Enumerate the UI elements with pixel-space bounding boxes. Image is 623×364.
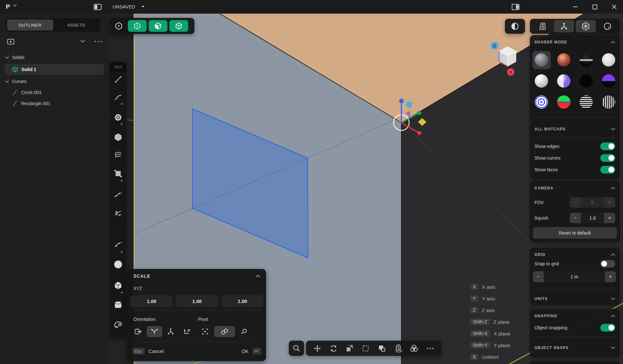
show-curves-toggle[interactable] [600,154,615,162]
dialog-ok[interactable]: OK ↵ [241,348,261,355]
grid-size-plus-button[interactable]: + [605,271,616,282]
chevron-up-icon[interactable] [611,315,615,317]
matcap-gray-steel[interactable] [532,51,551,69]
squish-minus-button[interactable]: − [570,213,581,223]
box-select-tool-button[interactable] [360,343,372,354]
cylinder-tool[interactable] [109,298,127,311]
gizmo-x-cap[interactable] [417,131,421,135]
render-modes-button[interactable] [408,343,420,354]
tab-environment-button[interactable] [597,20,617,32]
scale-y-input[interactable]: 1.00 [176,295,218,307]
matcap-blue-rings[interactable] [532,93,551,111]
matcap-pearl[interactable] [600,51,618,69]
camera-header[interactable]: CAMERA [530,181,620,193]
matcap-horizontal-stripes[interactable] [577,93,595,111]
scale-tool-button[interactable] [344,343,355,354]
grid-size-value[interactable]: 1 m [544,271,605,282]
rectangle-tool[interactable] [109,167,127,180]
chevron-up-icon[interactable] [256,275,260,277]
trim-tool[interactable] [109,207,127,220]
construction-plane-button[interactable] [112,20,126,32]
minimize-button[interactable] [568,0,583,14]
matcap-vertical-stripes[interactable] [600,93,618,111]
matcap-white-purple-split[interactable] [555,72,573,90]
chevron-up-icon[interactable] [611,41,615,43]
left-panel-toggle-icon[interactable] [94,4,102,10]
matcap-copper[interactable] [555,51,573,69]
orientation-local-button[interactable] [130,326,146,337]
app-menu-chevron-icon[interactable] [13,4,17,7]
collapse-all-chevron-icon[interactable] [80,40,85,43]
tree-group-solids[interactable]: Solids [0,52,108,63]
squish-value[interactable]: 1.0 [581,213,604,223]
box-tool[interactable] [109,279,127,292]
dialog-cancel[interactable]: Esc Cancel [132,348,164,355]
tree-item-circle001[interactable]: Circle.001 [0,87,108,98]
rotate-tool-button[interactable] [328,343,339,354]
sphere-tool[interactable] [109,258,127,271]
tab-render-grid-button[interactable] [532,20,552,32]
show-edges-toggle[interactable] [600,142,615,150]
snapping-header[interactable]: SNAPPING [530,309,620,321]
duplicate-tool-button[interactable] [376,343,388,354]
spline-tool[interactable] [109,91,127,104]
gizmo-y-cap[interactable] [417,111,421,115]
object-snapping-toggle[interactable] [600,324,615,332]
matcap-black-horizon[interactable] [577,51,595,69]
maximize-button[interactable] [587,0,602,14]
control-point-curve-tool[interactable] [109,188,127,201]
attach-tool-button[interactable] [392,343,404,354]
orientation-screen-button[interactable] [163,326,178,337]
selection-mode-face-button[interactable] [149,20,167,32]
app-logo[interactable]: P [6,3,10,10]
selection-mode-edge-button[interactable] [169,20,188,32]
chevron-down-icon[interactable] [611,346,615,349]
tree-group-curves[interactable]: Curves [0,76,108,87]
measure-tool[interactable] [109,318,127,331]
units-header[interactable]: UNITS [530,293,620,305]
gizmo-z-cap[interactable] [399,99,404,103]
tree-item-rectangle001[interactable]: Rectangle.001 [0,98,108,109]
scale-dialog-header[interactable]: SCALE [128,269,266,279]
outliner-more-icon[interactable] [95,41,102,42]
tab-outliner[interactable]: OUTLINER [7,19,53,30]
tab-shading-button[interactable] [576,20,596,32]
spiral-tool[interactable] [109,149,127,162]
more-options-button[interactable] [424,343,436,354]
reset-to-default-button[interactable]: Reset to default [533,227,617,239]
command-search-button[interactable] [289,341,304,356]
matcap-green-red-split[interactable] [555,93,573,111]
right-panel-toggle-icon[interactable] [512,4,519,10]
snap-to-grid-toggle[interactable] [600,260,615,268]
chevron-down-icon[interactable] [611,128,615,130]
tab-assets[interactable]: ASSETS [53,19,99,30]
close-button[interactable] [607,0,622,14]
cancel-label[interactable]: Cancel [149,348,164,354]
pivot-center-button[interactable] [197,326,213,337]
circle-tool[interactable] [109,111,127,124]
object-snaps-header[interactable]: OBJECT SNAPS [530,342,620,354]
chevron-up-icon[interactable] [611,187,615,189]
line-tool[interactable] [109,73,127,86]
grid-header[interactable]: GRID [530,248,620,259]
scale-x-input[interactable]: 1.00 [130,295,173,307]
tree-item-solid1[interactable]: Solid 1 [5,64,104,75]
matcap-flat-black[interactable] [577,72,595,90]
chevron-up-icon[interactable] [611,253,615,256]
selection-mode-solid-button[interactable] [128,20,147,32]
all-matcaps-header[interactable]: ALL MATCAPS [530,123,620,135]
squish-plus-button[interactable]: + [604,213,615,223]
orientation-global-button[interactable] [147,326,162,337]
orientation-custom-button[interactable] [179,326,195,337]
ok-label[interactable]: OK [241,348,249,354]
pivot-linked-button[interactable] [214,326,235,337]
matcap-purple-black-split[interactable] [600,72,618,90]
move-tool-button[interactable] [312,343,323,354]
scale-z-input[interactable]: 1.00 [221,295,263,307]
shader-mode-header[interactable]: SHADER MODE [530,35,620,47]
matcap-glossy-white[interactable] [532,72,551,90]
polygon-tool[interactable] [109,131,127,144]
tab-scene-graph-button[interactable] [554,20,574,32]
chevron-down-icon[interactable] [611,297,615,300]
pivot-individual-button[interactable] [236,326,252,337]
